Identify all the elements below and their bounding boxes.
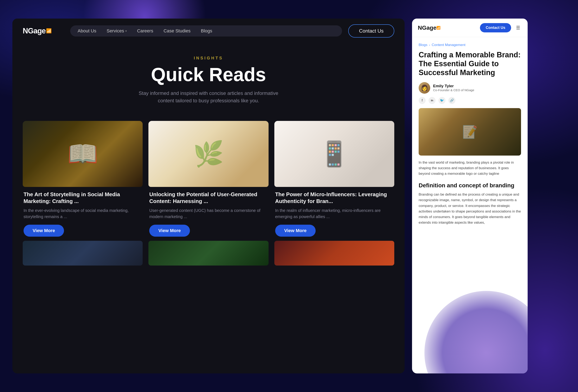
cards-grid-bottom [12, 241, 405, 270]
main-contact-button[interactable]: Contact Us [348, 24, 394, 38]
breadcrumb: Blogs › Content Management [419, 43, 521, 47]
logo-text: NGage [23, 27, 46, 35]
article-hero-image [419, 108, 521, 156]
hero-section: INSIGHTS Quick Reads Stay informed and i… [12, 43, 405, 113]
card-2[interactable]: Unlocking the Potential of User-Generate… [148, 121, 268, 237]
hero-title: Quick Reads [23, 65, 394, 85]
main-nav: NGage 📶 About Us Services ▾ Careers Case… [12, 19, 405, 43]
card-3-excerpt: In the realm of influencer marketing, mi… [275, 207, 393, 220]
section-heading: Definition and concept of branding [419, 182, 521, 189]
logo[interactable]: NGage 📶 [23, 27, 52, 35]
logo-wifi-icon: 📶 [46, 28, 52, 34]
hero-label: INSIGHTS [23, 56, 394, 60]
card-1-title: The Art of Storytelling in Social Media … [24, 187, 142, 208]
card-1-view-more-button[interactable]: View More [24, 225, 64, 237]
card-1-image [23, 121, 143, 187]
author-role: Co-Founder & CEO of NGage [433, 88, 474, 92]
right-logo-wifi-icon: 📶 [436, 26, 440, 30]
breadcrumb-blogs[interactable]: Blogs [419, 43, 428, 47]
author-avatar-icon: 👩 [421, 84, 428, 91]
article-excerpt: In the vast world of marketing, branding… [419, 160, 521, 176]
card-2-title: Unlocking the Potential of User-Generate… [149, 187, 268, 208]
right-panel: NGage 📶 Contact Us ☰ Blogs › Content Man… [412, 19, 528, 373]
nav-item-case-studies[interactable]: Case Studies [163, 28, 191, 34]
card-3-image [274, 121, 394, 187]
author-name: Emily Tyler [433, 84, 474, 88]
right-contact-button[interactable]: Contact Us [480, 23, 511, 32]
link-icon[interactable]: 🔗 [448, 97, 455, 104]
right-logo-text: NGage [418, 25, 436, 31]
card-2-image [148, 121, 268, 187]
article-title: Crafting a Memorable Brand: The Essentia… [419, 50, 521, 77]
card-2-excerpt: User-generated content (UGC) has become … [149, 207, 268, 220]
facebook-icon[interactable]: f [419, 97, 426, 104]
cards-grid: The Art of Storytelling in Social Media … [12, 113, 405, 241]
card-3-view-more-button[interactable]: View More [275, 225, 316, 237]
breadcrumb-separator: › [429, 43, 430, 47]
card-2-view-more-button[interactable]: View More [149, 225, 190, 237]
section-body: Branding can be defined as the process o… [419, 192, 521, 225]
card-3-title: The Power of Micro-Influencers: Leveragi… [275, 187, 393, 208]
author-avatar: 👩 [419, 82, 430, 94]
bottom-card-2-image [148, 241, 268, 265]
main-panel: NGage 📶 About Us Services ▾ Careers Case… [12, 19, 405, 373]
linkedin-icon[interactable]: in [429, 97, 435, 104]
twitter-icon[interactable]: 🐦 [438, 97, 445, 104]
nav-item-careers[interactable]: Careers [137, 28, 153, 34]
author-info: Emily Tyler Co-Founder & CEO of NGage [433, 84, 474, 92]
hamburger-icon: ☰ [516, 25, 520, 30]
nav-item-blogs[interactable]: Blogs [201, 28, 212, 34]
bottom-card-3-image [274, 241, 394, 265]
services-chevron-icon: ▾ [125, 29, 127, 33]
hero-subtitle: Stay informed and inspired with concise … [136, 89, 281, 104]
author-row: 👩 Emily Tyler Co-Founder & CEO of NGage [419, 82, 521, 94]
right-nav: NGage 📶 Contact Us ☰ [412, 19, 528, 37]
card-3[interactable]: The Power of Micro-Influencers: Leveragi… [274, 121, 394, 237]
breadcrumb-content-management[interactable]: Content Management [432, 43, 466, 47]
hamburger-menu-button[interactable]: ☰ [514, 24, 522, 32]
nav-item-about[interactable]: About Us [78, 28, 96, 34]
social-icons-row: f in 🐦 🔗 [419, 97, 521, 104]
nav-pill: About Us Services ▾ Careers Case Studies… [70, 25, 342, 37]
right-logo[interactable]: NGage 📶 [418, 25, 440, 31]
card-1-excerpt: In the ever-evolving landscape of social… [24, 207, 142, 220]
nav-item-services[interactable]: Services ▾ [107, 28, 127, 34]
bottom-card-1-image [23, 241, 143, 265]
card-1[interactable]: The Art of Storytelling in Social Media … [23, 121, 143, 237]
